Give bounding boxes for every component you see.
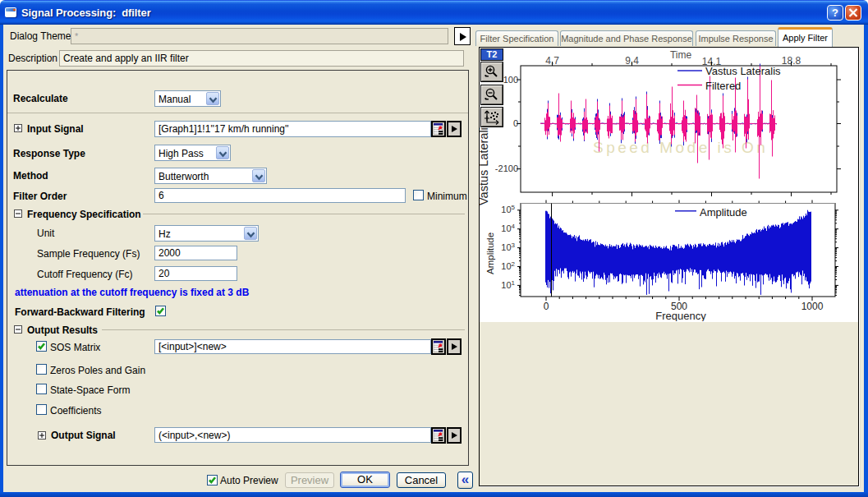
svg-text:Vastus Lateralis: Vastus Lateralis <box>705 65 781 77</box>
svg-text:101: 101 <box>501 279 515 290</box>
svg-text:Vastus Lateralis: Vastus Lateralis <box>480 122 490 205</box>
svg-text:100: 100 <box>503 75 518 85</box>
svg-text:Time: Time <box>670 49 692 61</box>
svg-text:Amplitude: Amplitude <box>700 206 747 219</box>
svg-text:0: 0 <box>544 301 549 312</box>
svg-text:Frequency: Frequency <box>655 310 706 321</box>
svg-text:-2100: -2100 <box>495 163 518 173</box>
svg-text:1000: 1000 <box>801 301 824 312</box>
svg-text:104: 104 <box>501 223 515 233</box>
svg-text:105: 105 <box>501 204 515 214</box>
svg-text:103: 103 <box>501 242 515 252</box>
svg-text:Filtered: Filtered <box>705 80 741 92</box>
svg-text:Amplitude: Amplitude <box>485 232 495 274</box>
svg-text:102: 102 <box>501 260 515 271</box>
svg-text:0: 0 <box>513 118 518 128</box>
svg-text:Speed Mode is On: Speed Mode is On <box>593 139 768 156</box>
